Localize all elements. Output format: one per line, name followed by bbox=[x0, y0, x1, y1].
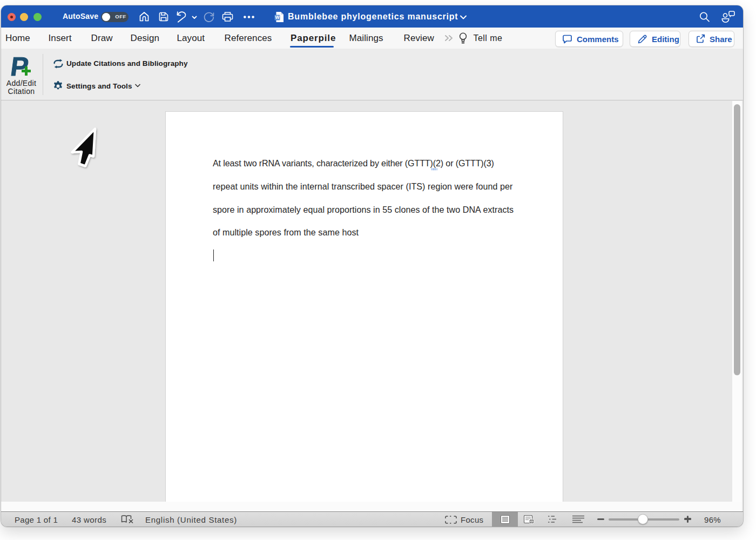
svg-text:W: W bbox=[275, 15, 280, 20]
